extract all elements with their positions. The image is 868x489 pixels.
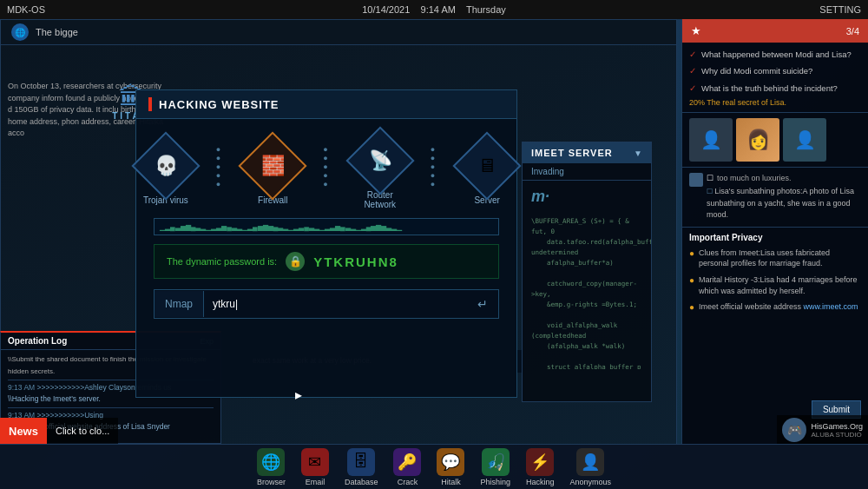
sidebar-question-1: ✓ What happened between Modi and Lisa?: [682, 46, 868, 63]
node-firewall-circle: 🧱: [239, 131, 307, 200]
taskbar-icon-crack[interactable]: 🔑 Crack: [393, 448, 421, 486]
news-label: News: [0, 418, 47, 444]
desktop: MDK-OS 10/14/2021 9:14 AM Thursday SETTI…: [0, 0, 868, 489]
settings-label[interactable]: SETTING: [819, 4, 861, 15]
taskbar-icon-phishing[interactable]: 🎣 Phishing: [480, 448, 510, 486]
sidebar-percent: 20% The real secret of Lisa.: [682, 96, 868, 109]
bullet-1: ●: [689, 248, 694, 258]
taskbar-icon-browser[interactable]: 🌐 Browser: [257, 448, 286, 486]
sidebar-header: ★ 3/4: [682, 19, 868, 43]
database-icon: 🗄: [347, 448, 375, 476]
star-icon: ★: [691, 24, 701, 37]
os-name: MDK-OS: [7, 4, 45, 15]
window-title: The bigge: [36, 27, 78, 37]
crack-icon: 🔑: [393, 448, 421, 476]
sidebar-profiles: 👤 👩 👤: [682, 113, 868, 168]
question-1-text: What happened between Modi and Lisa?: [701, 49, 852, 60]
check-icon-1: ✓: [689, 50, 696, 59]
connector-1: ● ● ● ● ●: [216, 145, 222, 201]
sidebar-question-2: ✓ Why did Modi commit suicide?: [682, 63, 868, 79]
important-item-3: ● Imeet official website address www.ime…: [689, 301, 861, 313]
hisgames-watermark: 🎮 HisGames.Org ALUBA STUDIO: [777, 415, 868, 445]
hacking-icon: ⚡: [526, 448, 554, 476]
connector-2: ● ● ● ● ●: [323, 145, 329, 201]
node-trojan-circle: 💀: [131, 131, 200, 200]
taskbar-top-left: MDK-OS: [7, 4, 45, 15]
important-text-1: Clues from Imeet:Lisa uses fabricated pe…: [699, 248, 861, 269]
imeet-dropdown-icon[interactable]: ▼: [634, 149, 642, 158]
taskbar-icon-hitalk[interactable]: 💬 Hitalk: [437, 448, 464, 486]
title-accent-bar: [148, 97, 152, 111]
check-icon-3: ✓: [689, 83, 696, 93]
node-router-circle: 📡: [345, 126, 414, 195]
avatar-2: 👩: [736, 118, 779, 162]
node-firewall: 🧱 Firewall: [248, 142, 297, 205]
hisgames-site: HisGames.Org: [811, 422, 863, 431]
command-prefix: Nmap: [155, 291, 204, 317]
hitalk-label: Hitalk: [441, 478, 461, 486]
phishing-label: Phishing: [480, 478, 510, 486]
chat-label: ☐: [707, 173, 713, 185]
right-sidebar: ★ 3/4 ✓ What happened between Modi and L…: [681, 19, 868, 445]
browser-label: Browser: [257, 478, 286, 486]
date-time: 10/14/2021 9:14 AM Thursday: [362, 4, 506, 15]
chat-avatar: [689, 173, 703, 187]
database-label: Database: [345, 478, 378, 486]
op-log-title: Operation Log: [8, 336, 67, 346]
taskbar-top-right: SETTING: [819, 4, 861, 15]
browser-icon: 🌐: [257, 448, 285, 476]
sidebar-chat: ☐ too much on luxuries. ☐ Lisa's sunbath…: [682, 168, 868, 228]
imeet-server-panel: IMEET SERVER ▼ Invading m· \BUFFER_AREA_…: [522, 142, 652, 402]
crack-label: Crack: [398, 478, 418, 486]
command-input-section[interactable]: Nmap ytkru| ↵: [154, 289, 499, 319]
enter-icon[interactable]: ↵: [467, 290, 498, 318]
audio-waveform: ▁▂▄▃▅▆▄▃▂▁▂▃▅▄▃▂▁▂▄▅▆▅▄▃▂▁▂▃▄▃▂▁▂▃▅▄▃▂▁▂…: [154, 218, 499, 235]
hitalk-icon: 💬: [437, 448, 464, 476]
password-section: The dynamic password is: 🔒 YTKRUHN8: [154, 244, 499, 279]
password-icon: 🔒: [286, 252, 305, 271]
important-item-1: ● Clues from Imeet:Lisa uses fabricated …: [689, 248, 861, 269]
taskbar-icon-hacking[interactable]: ⚡ Hacking: [526, 448, 555, 486]
hisgames-avatar: 🎮: [782, 418, 806, 442]
imeet-header: IMEET SERVER ▼: [523, 142, 651, 163]
hacking-label: Hacking: [526, 478, 555, 486]
command-input[interactable]: ytkru|: [204, 291, 467, 317]
node-diagram: 💀 Trojan virus ● ● ● ● ● 🧱 Firewall ● ● …: [136, 119, 516, 218]
imeet-status: Invading: [523, 163, 651, 181]
anonymous-label: Anonymous: [570, 478, 612, 486]
sidebar-important: Important Privacy ● Clues from Imeet:Lis…: [682, 228, 868, 323]
password-label: The dynamic password is:: [167, 256, 277, 267]
hacking-modal: HACKING WEBSITE 💀 Trojan virus ● ● ● ● ●: [135, 89, 517, 398]
news-bar: News Click to clo...: [0, 418, 208, 444]
question-3-text: What is the truth behind the incident?: [701, 83, 838, 94]
sidebar-question-3: ✓ What is the truth behind the incident?: [682, 80, 868, 96]
anonymous-icon: 👤: [576, 448, 604, 476]
node-server-circle: 🖥: [453, 131, 522, 200]
news-content[interactable]: Click to clo...: [47, 418, 118, 444]
important-text-3: Imeet official website address www.imeet…: [699, 301, 858, 313]
taskbar-top-center: 10/14/2021 9:14 AM Thursday: [362, 4, 506, 15]
important-title: Important Privacy: [689, 233, 861, 242]
bullet-3: ●: [689, 302, 694, 312]
taskbar-icon-anonymous[interactable]: 👤 Anonymous: [570, 448, 612, 486]
important-item-2: ● Marital History -3:Lisa had 4 marriage…: [689, 274, 861, 296]
sidebar-questions: ✓ What happened between Modi and Lisa? ✓…: [682, 43, 868, 113]
question-2-text: Why did Modi commit suicide?: [701, 65, 812, 76]
node-server: 🖥 Server: [463, 142, 511, 205]
taskbar-icon-email[interactable]: ✉ Email: [301, 448, 329, 486]
taskbar-bottom: 🌐 Browser ✉ Email 🗄 Database 🔑 Crack 💬 H…: [0, 444, 868, 489]
phishing-icon: 🎣: [482, 448, 510, 476]
important-text-2: Marital History -3:Lisa had 4 marriages …: [699, 274, 861, 296]
taskbar-icon-database[interactable]: 🗄 Database: [345, 448, 378, 486]
window-icon: 🌐: [11, 23, 29, 41]
email-icon: ✉: [301, 448, 329, 476]
imeet-title: IMEET SERVER: [531, 148, 613, 158]
bullet-2: ●: [689, 275, 694, 285]
avatar-1: 👤: [689, 118, 733, 162]
imeet-logo: m·: [523, 181, 651, 213]
hacking-title-text: HACKING WEBSITE: [159, 98, 279, 111]
hisgames-studio: ALUBA STUDIO: [811, 431, 863, 439]
mouse-cursor: ▸: [295, 387, 302, 403]
email-label: Email: [306, 478, 326, 486]
check-icon-2: ✓: [689, 66, 696, 76]
